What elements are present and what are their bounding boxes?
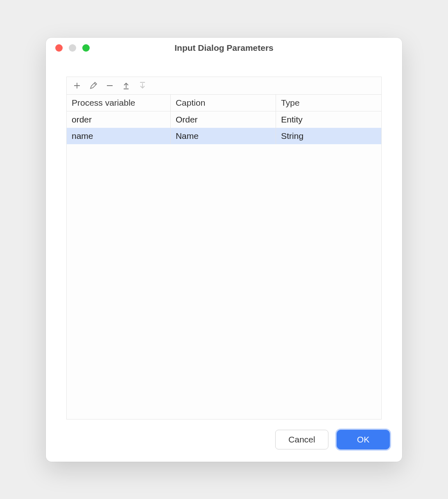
content-area: Process variable Caption Type order Orde… — [46, 58, 402, 420]
add-button[interactable] — [72, 81, 81, 90]
table-container: Process variable Caption Type order Orde… — [67, 95, 381, 419]
table-row[interactable]: order Order Entity — [67, 111, 381, 128]
cell-caption: Name — [170, 128, 276, 144]
cell-type: String — [276, 128, 381, 144]
dialog-footer: Cancel OK — [46, 420, 402, 462]
traffic-lights — [46, 44, 90, 52]
move-down-button[interactable] — [138, 81, 147, 90]
window-title: Input Dialog Parameters — [46, 43, 402, 53]
arrow-down-icon — [138, 82, 147, 90]
dialog-window: Input Dialog Parameters — [46, 38, 402, 462]
header-type[interactable]: Type — [276, 95, 381, 111]
toolbar — [67, 77, 381, 95]
plus-icon — [73, 82, 81, 90]
move-up-button[interactable] — [122, 81, 131, 90]
cell-process-variable: name — [67, 128, 170, 144]
svg-line-2 — [94, 83, 96, 85]
arrow-up-icon — [122, 82, 130, 90]
close-window-button[interactable] — [55, 44, 63, 52]
table-row[interactable]: name Name String — [67, 128, 381, 144]
cell-process-variable: order — [67, 111, 170, 128]
cell-type: Entity — [276, 111, 381, 128]
remove-button[interactable] — [105, 81, 114, 90]
header-caption[interactable]: Caption — [170, 95, 276, 111]
header-process-variable[interactable]: Process variable — [67, 95, 170, 111]
minimize-window-button[interactable] — [69, 44, 76, 52]
edit-button[interactable] — [89, 81, 98, 90]
parameters-table[interactable]: Process variable Caption Type order Orde… — [67, 95, 381, 144]
ok-button[interactable]: OK — [337, 430, 390, 449]
table-header-row: Process variable Caption Type — [67, 95, 381, 111]
pencil-icon — [89, 82, 97, 90]
cancel-button[interactable]: Cancel — [275, 430, 328, 449]
panel: Process variable Caption Type order Orde… — [66, 77, 382, 420]
minus-icon — [106, 82, 114, 90]
title-bar: Input Dialog Parameters — [46, 38, 402, 58]
zoom-window-button[interactable] — [82, 44, 90, 52]
cell-caption: Order — [170, 111, 276, 128]
